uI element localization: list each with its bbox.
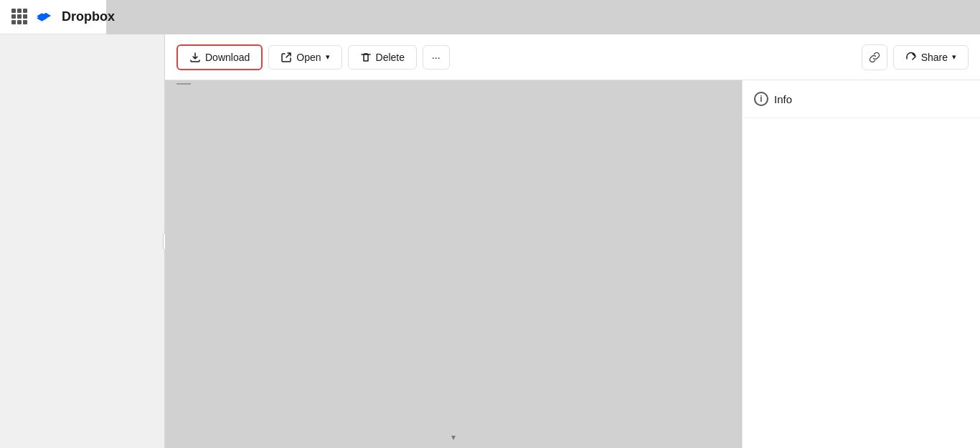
- delete-icon: [360, 52, 372, 63]
- share-button[interactable]: Share ▾: [893, 45, 969, 70]
- preview-line-decoration: [176, 83, 191, 85]
- info-panel-header: i Info: [743, 80, 980, 118]
- left-sidebar: ‹: [0, 34, 165, 448]
- info-panel-label: Info: [774, 93, 792, 105]
- dropbox-logo: Dropbox: [36, 7, 115, 27]
- share-label: Share: [921, 52, 948, 63]
- download-button[interactable]: Download: [176, 44, 263, 70]
- file-toolbar: Download Open ▾ Delete: [165, 34, 980, 80]
- dropbox-diamond-icon: [36, 7, 56, 27]
- link-icon: [869, 52, 880, 63]
- share-icon: [905, 52, 917, 63]
- scroll-down-indicator[interactable]: ▾: [451, 432, 456, 442]
- main-content-area: Download Open ▾ Delete: [165, 34, 980, 448]
- dropbox-wordmark: Dropbox: [62, 9, 115, 24]
- top-nav-bar: Dropbox: [0, 0, 106, 34]
- share-chevron-icon: ▾: [952, 52, 956, 62]
- download-icon: [189, 52, 201, 63]
- open-label: Open: [296, 52, 321, 63]
- toolbar-right-actions: Share ▾: [862, 44, 969, 70]
- open-icon: [281, 52, 292, 63]
- download-label: Download: [205, 52, 250, 63]
- more-options-icon: ···: [432, 52, 440, 63]
- copy-link-button[interactable]: [862, 44, 887, 70]
- file-preview-area: ▾: [165, 80, 742, 448]
- info-panel: i Info: [742, 80, 980, 448]
- more-options-button[interactable]: ···: [423, 45, 450, 70]
- open-chevron-icon: ▾: [326, 52, 330, 62]
- toolbar-left-actions: Download Open ▾ Delete: [176, 44, 856, 70]
- open-button[interactable]: Open ▾: [268, 45, 341, 70]
- delete-button[interactable]: Delete: [348, 45, 417, 70]
- grid-menu-icon[interactable]: [11, 9, 27, 26]
- info-circle-icon: i: [754, 92, 768, 106]
- delete-label: Delete: [376, 52, 405, 63]
